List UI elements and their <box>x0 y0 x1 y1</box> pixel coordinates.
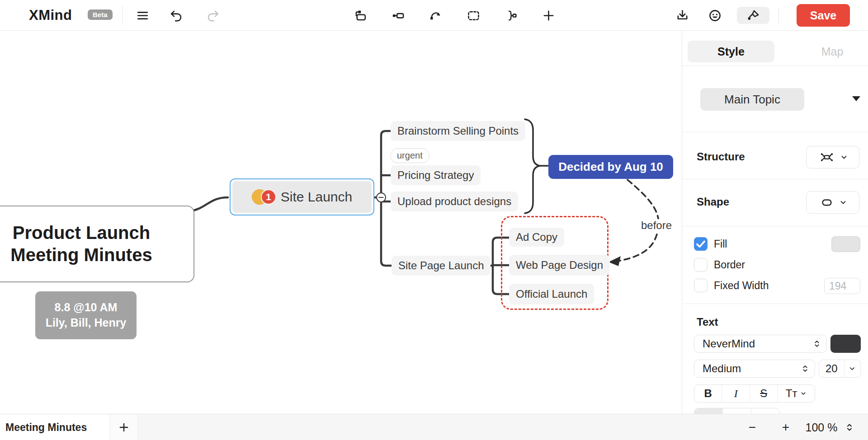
tab-style[interactable]: Style <box>688 41 774 62</box>
subtopic-node[interactable]: Pricing Strategy <box>391 165 481 185</box>
fill-label: Fill <box>714 238 727 250</box>
paintbrush-icon <box>746 9 760 23</box>
subtopic-node[interactable]: Ad Copy <box>509 228 564 247</box>
subtopic-label: Web Page Design <box>516 259 603 271</box>
subtopic-label: Site Page Launch <box>398 259 484 272</box>
font-family-select[interactable]: NeverMind <box>694 335 827 353</box>
border-checkbox[interactable] <box>694 258 708 271</box>
mindmap-canvas[interactable]: Product Launch Meeting Minutes 8.8 @10 A… <box>0 31 682 414</box>
topic-tag[interactable]: urgent <box>390 148 429 163</box>
zoom-in-button[interactable]: + <box>775 414 797 440</box>
insert-subtopic-button[interactable] <box>389 7 406 24</box>
subtopic-icon <box>391 9 405 23</box>
fixed-width-label: Fixed Width <box>714 280 769 292</box>
minus-icon: − <box>749 420 756 435</box>
text-case-label: Tᴛ <box>786 387 797 400</box>
minus-icon <box>378 194 384 201</box>
zoom-level[interactable]: 100 % <box>805 414 838 440</box>
font-weight-value: Medium <box>694 362 800 375</box>
fill-checkbox[interactable] <box>694 237 708 251</box>
redo-button[interactable] <box>204 7 222 24</box>
relationship-label[interactable]: before <box>640 219 673 232</box>
zoom-out-button[interactable]: − <box>741 414 763 440</box>
export-button[interactable] <box>674 7 691 24</box>
font-size-select[interactable]: 20 <box>819 360 861 378</box>
structure-map-icon <box>817 150 837 164</box>
undo-button[interactable] <box>167 7 184 24</box>
bold-button[interactable]: B <box>694 385 722 402</box>
font-color-swatch[interactable] <box>830 335 861 353</box>
font-family-value: NeverMind <box>694 337 812 350</box>
add-sheet-button[interactable] <box>110 414 138 440</box>
central-topic-line2: Meeting Minutes <box>10 244 152 266</box>
floating-note-node[interactable]: 8.8 @10 AM Lily, Bill, Henry <box>35 291 137 339</box>
toolbar-divider <box>122 6 123 25</box>
subtopic-node[interactable]: Web Page Design <box>509 255 610 276</box>
text-style-group: B I S Tᴛ <box>694 384 815 403</box>
tab-map-label: Map <box>821 45 844 58</box>
subtopic-node[interactable]: Brainstorm Selling Points <box>391 121 525 141</box>
fixed-width-checkbox[interactable] <box>694 279 708 292</box>
tag-label: urgent <box>397 150 423 161</box>
priority-1-marker-icon[interactable]: 1 <box>261 189 276 205</box>
subtopic-node[interactable]: Official Launch <box>509 284 594 304</box>
sheet-bar: Meeting Minutes − + 100 % <box>0 414 868 440</box>
menu-button[interactable] <box>134 7 151 24</box>
structure-label: Structure <box>697 150 745 163</box>
plus-icon: + <box>782 420 789 435</box>
boundary-icon <box>467 9 481 23</box>
redo-icon <box>206 9 220 23</box>
summary-topic-node[interactable]: Decided by Aug 10 <box>548 155 673 179</box>
text-case-button[interactable]: Tᴛ <box>778 385 815 402</box>
font-weight-select[interactable]: Medium <box>694 360 815 378</box>
fixed-width-input[interactable] <box>824 278 860 294</box>
chevron-down-icon <box>840 153 849 162</box>
sheet-tab[interactable]: Meeting Minutes <box>0 414 110 440</box>
plus-icon <box>542 9 556 23</box>
format-button[interactable] <box>737 7 769 24</box>
relationship-button[interactable] <box>427 7 444 24</box>
subtopic-node[interactable]: Site Page Launch <box>392 256 491 276</box>
strikethrough-button[interactable]: S <box>750 385 778 402</box>
subtopic-label: Pricing Strategy <box>397 169 474 182</box>
font-size-dropdown[interactable] <box>844 360 860 377</box>
main-topic-node-selected[interactable]: 1 Site Launch <box>230 178 374 215</box>
insert-more-button[interactable] <box>540 7 557 24</box>
collapse-branch-button[interactable] <box>376 192 386 202</box>
subtopic-label: Official Launch <box>516 288 587 300</box>
chevron-down-icon <box>800 390 807 397</box>
toolbar-divider <box>778 8 779 23</box>
chevron-down-icon <box>848 365 856 373</box>
hamburger-icon <box>136 9 150 23</box>
sheet-name: Meeting Minutes <box>5 421 87 434</box>
stepper-icon <box>800 363 810 374</box>
summary-topic-label: Decided by Aug 10 <box>558 160 663 174</box>
dropdown-arrow-icon[interactable] <box>852 96 860 101</box>
topic-icon <box>354 9 368 23</box>
stepper-icon <box>844 421 855 433</box>
fill-color-swatch[interactable] <box>831 236 860 252</box>
save-button[interactable]: Save <box>797 4 850 27</box>
tab-map[interactable]: Map <box>789 41 868 62</box>
zoom-stepper[interactable] <box>842 414 857 440</box>
subtopic-node[interactable]: Upload product designs <box>391 192 518 211</box>
summary-icon <box>504 9 518 23</box>
italic-button[interactable]: I <box>722 385 750 402</box>
subtopic-label: Brainstorm Selling Points <box>397 125 519 137</box>
shape-label: Shape <box>697 196 729 208</box>
font-size-value: 20 <box>819 360 844 377</box>
insert-topic-button[interactable] <box>352 7 369 24</box>
boundary-button[interactable] <box>465 7 482 24</box>
stepper-icon <box>812 338 822 349</box>
shape-select[interactable] <box>806 191 859 214</box>
marker-button[interactable] <box>706 7 723 24</box>
rounded-rect-shape-icon <box>818 196 836 209</box>
selected-element-type[interactable]: Main Topic <box>700 88 804 111</box>
summary-button[interactable] <box>502 7 519 24</box>
zoom-level-value: 100 % <box>806 421 838 434</box>
plus-icon <box>118 421 130 433</box>
emoji-icon <box>708 9 722 23</box>
structure-select[interactable] <box>806 146 859 169</box>
format-panel: Style Map Main Topic Structure Shape Fil… <box>682 31 868 414</box>
central-topic-node[interactable]: Product Launch Meeting Minutes <box>0 206 194 282</box>
